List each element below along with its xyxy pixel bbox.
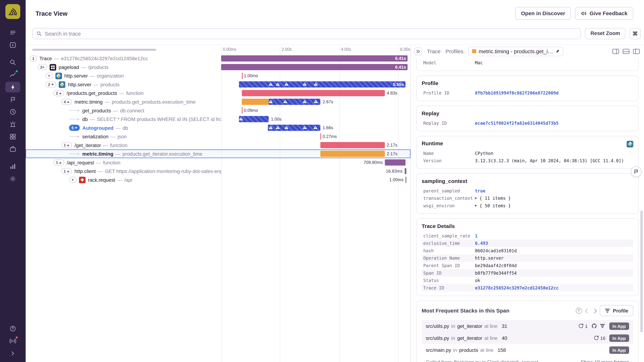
- error-marker[interactable]: [276, 82, 280, 86]
- trace-row[interactable]: 2/products.get_products—function4.83s: [26, 89, 410, 98]
- span-duration-bar[interactable]: [242, 73, 243, 79]
- tab-trace[interactable]: Trace: [427, 48, 440, 54]
- sidebar-item-discover[interactable]: [5, 69, 20, 80]
- trace-row[interactable]: 2+pageload—/products6.41s: [26, 63, 410, 71]
- trace-row[interactable]: +rack.request—/api1.00ms: [26, 176, 410, 184]
- help-icon[interactable]: [576, 308, 582, 314]
- sidebar-item-search[interactable]: [5, 57, 20, 68]
- trace-row[interactable]: 2http.server—products5.55s: [26, 80, 410, 89]
- trace-row[interactable]: 4metric.timing—products.get_products.exe…: [26, 97, 410, 106]
- feedback-flag-button[interactable]: [631, 166, 642, 177]
- profile-icon[interactable]: [600, 324, 605, 328]
- kv-value[interactable]: { 11 items }: [480, 196, 511, 201]
- stack-frame-row[interactable]: src/main.pyinproductsat line158In App: [422, 344, 633, 356]
- span-duration-bar[interactable]: 5.55s: [239, 81, 406, 88]
- search-input[interactable]: [45, 30, 577, 37]
- error-marker[interactable]: [302, 125, 307, 129]
- span-duration-bar[interactable]: [320, 151, 385, 157]
- trace-row[interactable]: metric.timing—products.get_iterator.exec…: [26, 149, 410, 158]
- sidebar-item-whats-new[interactable]: [5, 336, 20, 347]
- sidebar-item-stats[interactable]: [5, 161, 20, 172]
- shortcut-button[interactable]: ⌘: [630, 28, 640, 39]
- error-marker[interactable]: [239, 117, 243, 121]
- span-duration-bar[interactable]: [385, 159, 406, 166]
- error-marker[interactable]: [269, 125, 273, 129]
- span-duration-bar[interactable]: [269, 99, 320, 105]
- span-children-badge[interactable]: +: [46, 73, 53, 79]
- kv-value[interactable]: 1: [475, 233, 478, 238]
- span-duration-bar[interactable]: [242, 99, 269, 105]
- trace-row[interactable]: 1http.client—GET https://application-mon…: [26, 167, 410, 176]
- error-marker[interactable]: [284, 125, 288, 129]
- tab-profiles[interactable]: Profiles: [446, 48, 463, 54]
- span-children-badge[interactable]: 2: [46, 81, 56, 88]
- stack-frame-row[interactable]: src/utils.pyinget_iteratorat line4016In …: [422, 332, 633, 344]
- span-children-badge[interactable]: +: [69, 177, 76, 183]
- error-marker[interactable]: [313, 125, 317, 129]
- trace-row[interactable]: serialization—json0.27ms: [26, 132, 410, 141]
- span-children-badge[interactable]: 1: [61, 142, 72, 148]
- error-marker[interactable]: [269, 82, 273, 86]
- open-in-discover-button[interactable]: Open in Discover: [515, 7, 571, 20]
- span-duration-bar[interactable]: [405, 168, 406, 174]
- span-duration-bar[interactable]: [242, 90, 385, 96]
- span-children-badge[interactable]: 2: [53, 90, 64, 96]
- tab-span-details[interactable]: metric.timing - products.get_iterat…: [468, 46, 563, 56]
- kv-value[interactable]: true: [475, 188, 485, 193]
- reset-zoom-button[interactable]: Reset Zoom: [585, 28, 626, 39]
- span-children-badge[interactable]: 2+: [38, 64, 47, 70]
- profile-button[interactable]: Profile: [600, 305, 633, 316]
- panel-vertical-scrollbar[interactable]: [640, 210, 643, 332]
- kv-value[interactable]: 6.493: [475, 241, 488, 246]
- error-marker[interactable]: [314, 82, 318, 86]
- trace-row[interactable]: +http.server—organization1.00ms: [26, 71, 410, 80]
- span-duration-bar[interactable]: [406, 177, 406, 183]
- span-children-badge[interactable]: 5: [69, 125, 80, 131]
- trace-row[interactable]: db—SELECT * FROM products WHERE id IN (S…: [26, 115, 410, 124]
- span-children-badge[interactable]: 1: [61, 168, 72, 174]
- in-app-badge[interactable]: In App: [609, 346, 629, 354]
- sidebar-item-help[interactable]: [5, 323, 20, 334]
- error-marker[interactable]: [302, 100, 307, 103]
- span-duration-bar[interactable]: [239, 116, 269, 122]
- tree-horizontal-scrollbar[interactable]: [32, 49, 156, 51]
- span-duration-bar[interactable]: 6.41s: [221, 55, 408, 62]
- github-icon[interactable]: [592, 323, 597, 329]
- expand-chevron-icon[interactable]: [475, 204, 477, 207]
- in-app-badge[interactable]: In App: [609, 334, 629, 342]
- error-marker[interactable]: [314, 100, 318, 103]
- span-duration-bar[interactable]: [242, 107, 243, 114]
- layout-bottom-button[interactable]: [622, 49, 630, 54]
- kv-value[interactable]: e31278c256524c3297e2cd12458e12cc: [475, 285, 558, 290]
- next-page-button[interactable]: [592, 308, 596, 313]
- sidebar-item-alerts[interactable]: [5, 119, 20, 130]
- sidebar-collapse-toggle[interactable]: [5, 348, 20, 359]
- trace-row[interactable]: 1Trace—e31278c256524c3297e2cd12458e12cc6…: [26, 54, 410, 63]
- kv-value[interactable]: 8fb7bb1891994f8c862f206e8722009d: [475, 90, 558, 95]
- sidebar-item-releases[interactable]: [5, 94, 20, 105]
- trace-row[interactable]: 1/api_request—function709.80ms: [26, 158, 410, 167]
- trace-row[interactable]: get_products—db.connect0.09ms: [26, 106, 410, 115]
- sidebar-item-settings[interactable]: [5, 173, 20, 184]
- kv-value[interactable]: { 50 items }: [480, 203, 511, 208]
- sidebar-item-profiling[interactable]: [5, 82, 20, 93]
- sentry-logo[interactable]: [5, 4, 20, 19]
- in-app-badge[interactable]: In App: [609, 322, 629, 330]
- sidebar-item-replays[interactable]: [5, 40, 20, 50]
- sidebar-item-dashboards[interactable]: [5, 131, 20, 142]
- sidebar-item-projects[interactable]: [5, 144, 20, 154]
- trace-row[interactable]: 1/get_iterator—function2.17s: [26, 141, 410, 150]
- span-children-badge[interactable]: 1: [30, 55, 37, 62]
- error-marker[interactable]: [276, 125, 280, 129]
- sidebar-item-crons[interactable]: [5, 107, 20, 117]
- error-marker[interactable]: [284, 82, 288, 86]
- span-duration-bar[interactable]: [320, 142, 385, 148]
- expand-chevron-icon[interactable]: [475, 197, 477, 199]
- span-duration-bar[interactable]: 6.41s: [221, 64, 408, 70]
- error-marker[interactable]: [283, 100, 288, 103]
- trace-row[interactable]: 5Autogrouped—db1.66s: [26, 124, 410, 132]
- layout-right-button[interactable]: [612, 49, 619, 54]
- panel-collapse-button[interactable]: [414, 47, 422, 55]
- span-duration-bar[interactable]: [320, 133, 322, 140]
- prev-page-button[interactable]: [585, 308, 590, 313]
